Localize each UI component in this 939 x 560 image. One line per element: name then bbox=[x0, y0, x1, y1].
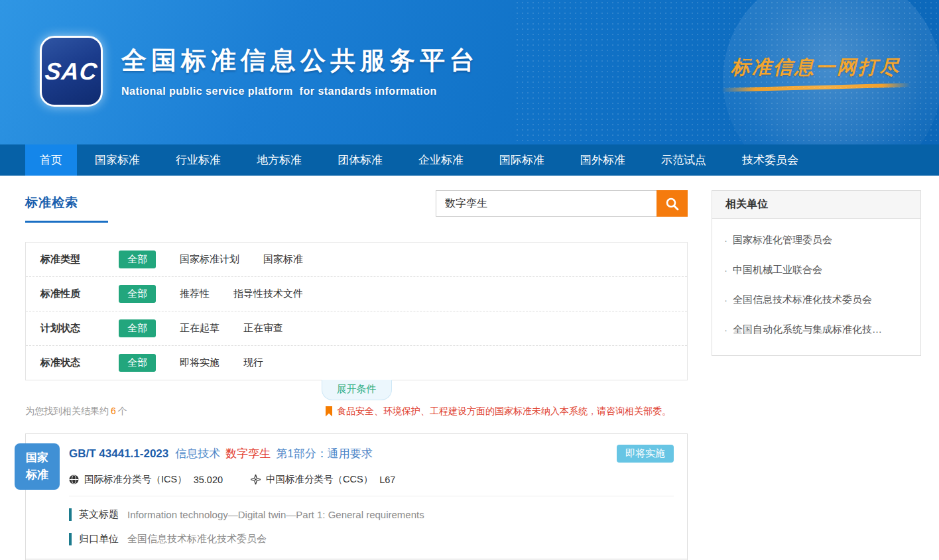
field-bar bbox=[69, 508, 72, 521]
dept-value: 全国信息技术标准化技术委员会 bbox=[127, 533, 267, 545]
result-info-row: 为您找到相关结果约6个 食品安全、环境保护、工程建设方面的国家标准未纳入本系统，… bbox=[25, 406, 688, 418]
search-group bbox=[436, 190, 688, 217]
bullet: · bbox=[724, 294, 727, 306]
sidebar-item-it-standardization[interactable]: ·全国信息技术标准化技术委员会 bbox=[724, 285, 908, 315]
sidebar-item-label: 中国机械工业联合会 bbox=[733, 264, 822, 276]
nav-item-local-standards[interactable]: 地方标准 bbox=[239, 144, 320, 176]
filter-option[interactable]: 国家标准计划 bbox=[180, 253, 239, 266]
main-nav: 首页 国家标准 行业标准 地方标准 团体标准 企业标准 国际标准 国外标准 示范… bbox=[0, 144, 939, 176]
sidebar-item-label: 全国自动化系统与集成标准化技… bbox=[733, 323, 882, 336]
field-bar bbox=[69, 533, 72, 545]
filter-label: 计划状态 bbox=[40, 322, 92, 335]
filter-option[interactable]: 即将实施 bbox=[180, 357, 219, 369]
standard-code: GB/T 43441.1-2023 bbox=[69, 447, 168, 460]
filter-selected-badge[interactable]: 全部 bbox=[119, 354, 156, 372]
nav-item-group-standards[interactable]: 团体标准 bbox=[320, 144, 401, 176]
dept-label: 归口单位 bbox=[79, 533, 119, 545]
ics-label: 国际标准分类号（ICS） bbox=[84, 473, 187, 486]
related-units-title: 相关单位 bbox=[712, 191, 920, 219]
sac-logo-text: SAC bbox=[44, 58, 99, 85]
ccs-value: L67 bbox=[379, 475, 395, 485]
sac-logo[interactable]: SAC bbox=[40, 36, 103, 107]
result-card-wrap: 国家 标准 GB/T 43441.1-2023信息技术数字孪生第1部分：通用要求… bbox=[25, 433, 688, 560]
standard-title-link[interactable]: GB/T 43441.1-2023信息技术数字孪生第1部分：通用要求 bbox=[69, 446, 373, 461]
expand-conditions-button[interactable]: 展开条件 bbox=[322, 380, 392, 400]
english-title-field: 英文标题 Information technology—Digital twin… bbox=[69, 508, 674, 521]
nav-item-technical-committee[interactable]: 技术委员会 bbox=[724, 144, 816, 176]
expand-wrap: 展开条件 bbox=[25, 380, 688, 400]
related-units-panel: 相关单位 ·国家标准化管理委员会 ·中国机械工业联合会 ·全国信息技术标准化技术… bbox=[712, 190, 921, 356]
english-title-label: 英文标题 bbox=[79, 508, 119, 521]
filter-option[interactable]: 国家标准 bbox=[263, 253, 303, 266]
search-row: 标准检索 bbox=[25, 190, 688, 232]
result-count: 为您找到相关结果约6个 bbox=[25, 406, 127, 418]
notice-text: 食品安全、环境保护、工程建设方面的国家标准未纳入本系统，请咨询相关部委。 bbox=[337, 406, 671, 418]
search-button[interactable] bbox=[657, 190, 688, 217]
filter-option[interactable]: 推荐性 bbox=[180, 288, 210, 300]
dept-field: 归口单位 全国信息技术标准化技术委员会 bbox=[69, 533, 674, 545]
filter-option[interactable]: 正在审查 bbox=[243, 322, 283, 335]
sidebar-item-automation-systems[interactable]: ·全国自动化系统与集成标准化技… bbox=[724, 315, 908, 345]
sidebar-item-label: 全国信息技术标准化技术委员会 bbox=[733, 294, 872, 306]
search-column: 标准检索 标准类型 全部 国家标准计划 国家标准 bbox=[25, 176, 688, 560]
standard-title-part2: 第1部分：通用要求 bbox=[276, 447, 372, 460]
site-header: SAC 全国标准信息公共服务平台 National public service… bbox=[0, 0, 939, 144]
bullet: · bbox=[724, 324, 727, 335]
globe-icon bbox=[69, 475, 79, 484]
ccs-meta: 中国标准分类号（CCS） L67 bbox=[251, 473, 395, 486]
bullet: · bbox=[724, 235, 727, 246]
standard-title-highlight: 数字孪生 bbox=[225, 447, 271, 460]
filter-label: 标准性质 bbox=[40, 288, 92, 300]
filter-option[interactable]: 指导性技术文件 bbox=[233, 288, 303, 300]
filter-panel: 标准类型 全部 国家标准计划 国家标准 标准性质 全部 推荐性 指导性技术文件 … bbox=[25, 242, 688, 380]
standard-title-part1: 信息技术 bbox=[175, 447, 220, 460]
card-meta-row: 国际标准分类号（ICS） 35.020 中国标准分类号（CCS） L67 bbox=[69, 473, 674, 496]
nav-item-national-standards[interactable]: 国家标准 bbox=[77, 144, 158, 176]
type-badge-line1: 国家 bbox=[26, 449, 48, 467]
nav-item-enterprise-standards[interactable]: 企业标准 bbox=[401, 144, 481, 176]
filter-selected-badge[interactable]: 全部 bbox=[119, 319, 156, 337]
slogan-block: 标准信息一网打尽 bbox=[716, 54, 915, 89]
filter-selected-badge[interactable]: 全部 bbox=[119, 285, 156, 303]
filter-option[interactable]: 正在起草 bbox=[180, 322, 219, 335]
sidebar-item-label: 国家标准化管理委员会 bbox=[733, 234, 832, 247]
nav-item-industry-standards[interactable]: 行业标准 bbox=[158, 144, 239, 176]
result-card: GB/T 43441.1-2023信息技术数字孪生第1部分：通用要求 即将实施 … bbox=[25, 433, 688, 560]
search-input[interactable] bbox=[436, 190, 657, 217]
ics-meta: 国际标准分类号（ICS） 35.020 bbox=[69, 473, 223, 486]
status-badge: 即将实施 bbox=[617, 445, 674, 463]
type-badge-line2: 标准 bbox=[26, 467, 48, 484]
result-count-prefix: 为您找到相关结果约 bbox=[25, 406, 109, 416]
ccs-label: 中国标准分类号（CCS） bbox=[266, 473, 373, 486]
card-title-row: GB/T 43441.1-2023信息技术数字孪生第1部分：通用要求 即将实施 bbox=[69, 445, 674, 463]
slogan-text: 标准信息一网打尽 bbox=[716, 54, 915, 81]
site-title: 全国标准信息公共服务平台 bbox=[121, 44, 479, 78]
filter-row-standard-type: 标准类型 全部 国家标准计划 国家标准 bbox=[26, 243, 687, 276]
bookmark-icon bbox=[325, 406, 333, 417]
filter-row-plan-status: 计划状态 全部 正在起草 正在审查 bbox=[26, 311, 687, 345]
page-title: 标准检索 bbox=[25, 196, 78, 209]
filter-selected-badge[interactable]: 全部 bbox=[119, 251, 156, 268]
result-count-number: 6 bbox=[111, 406, 116, 416]
related-units-list: ·国家标准化管理委员会 ·中国机械工业联合会 ·全国信息技术标准化技术委员会 ·… bbox=[712, 219, 920, 355]
standard-type-badge: 国家 标准 bbox=[15, 443, 60, 490]
main-content: 标准检索 标准类型 全部 国家标准计划 国家标准 bbox=[0, 176, 939, 560]
filter-row-standard-nature: 标准性质 全部 推荐性 指导性技术文件 bbox=[26, 276, 687, 311]
nav-item-foreign-standards[interactable]: 国外标准 bbox=[562, 144, 643, 176]
ics-value: 35.020 bbox=[194, 475, 223, 485]
sidebar-item-machinery-federation[interactable]: ·中国机械工业联合会 bbox=[724, 255, 908, 285]
page: SAC 全国标准信息公共服务平台 National public service… bbox=[0, 0, 939, 560]
filter-option[interactable]: 现行 bbox=[243, 357, 263, 369]
card-body: GB/T 43441.1-2023信息技术数字孪生第1部分：通用要求 即将实施 … bbox=[26, 434, 687, 545]
site-subtitle: National public service platform for sta… bbox=[121, 85, 479, 97]
sidebar-item-sac[interactable]: ·国家标准化管理委员会 bbox=[724, 225, 908, 255]
nav-item-international-standards[interactable]: 国际标准 bbox=[481, 144, 562, 176]
nav-item-home[interactable]: 首页 bbox=[25, 144, 77, 176]
nav-item-pilot[interactable]: 示范试点 bbox=[643, 144, 724, 176]
bullet: · bbox=[724, 264, 727, 276]
filter-row-standard-status: 标准状态 全部 即将实施 现行 bbox=[26, 345, 687, 380]
filter-label: 标准类型 bbox=[40, 253, 92, 266]
filter-label: 标准状态 bbox=[40, 357, 92, 369]
section-title-wrap: 标准检索 bbox=[25, 190, 108, 223]
compass-icon bbox=[251, 475, 261, 484]
